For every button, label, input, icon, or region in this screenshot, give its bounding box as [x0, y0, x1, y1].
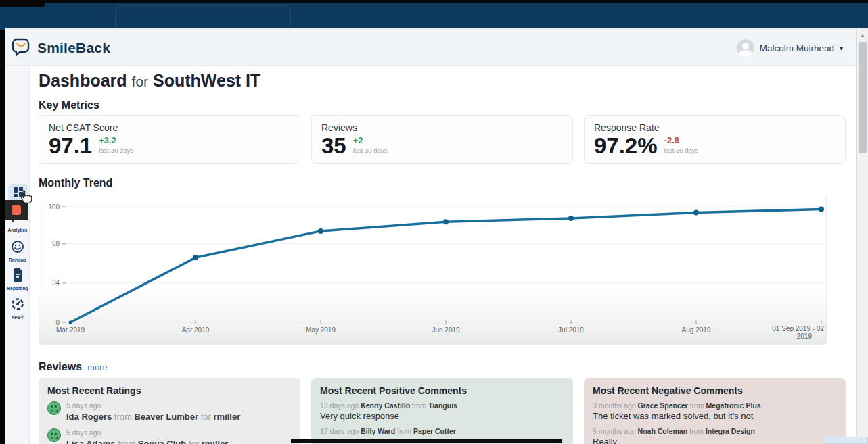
- trend-line-svg: 10068340Mar 2019Apr 2019May 2019Jun 2019…: [39, 195, 827, 345]
- comment-text: The ticket was marked solved, but it's n…: [593, 411, 837, 421]
- svg-text:Jul 2019: Jul 2019: [558, 326, 584, 334]
- comment-entry: 5 months ago Noah Coleman from Integra D…: [593, 427, 837, 444]
- rating-line: Ida Rogers from Beaver Lumber for rmille…: [66, 412, 240, 422]
- metric-card-reviews: Reviews 35 +2 last 30 days: [311, 115, 573, 164]
- rating-line: Lisa Adams from Sonya Club for rmiller: [66, 439, 228, 444]
- comment-company: Integra Design: [706, 427, 755, 435]
- svg-text:Jun 2019: Jun 2019: [432, 326, 460, 334]
- monthly-trend-chart: 10068340Mar 2019Apr 2019May 2019Jun 2019…: [39, 195, 827, 345]
- smiley-icon: [11, 240, 24, 256]
- card-title: Most Recent Positive Comments: [320, 385, 564, 396]
- metric-delta: +2: [353, 135, 388, 145]
- reviews-more-link[interactable]: more: [87, 362, 108, 372]
- card-title: Most Recent Negative Comments: [593, 385, 837, 396]
- browser-topbar: [0, 0, 868, 30]
- svg-text:Aug 2019: Aug 2019: [682, 326, 711, 334]
- sidebar-item-reporting[interactable]: Reporting: [5, 268, 30, 291]
- comment-name: Grace Spencer: [638, 401, 688, 410]
- video-scrubber-overlay: [291, 439, 562, 443]
- smileback-bubble-icon: [11, 36, 31, 59]
- from-word: from: [118, 439, 135, 444]
- comment-meta: 17 days ago Billy Ward from Paper Cutter: [320, 427, 564, 435]
- report-document-icon: [12, 268, 24, 285]
- sidebar-item-label: Analytics: [8, 228, 28, 232]
- metric-delta: -2.8: [664, 135, 699, 145]
- app-header: SmileBack Malcolm Muirhead ▾: [5, 30, 856, 66]
- reviews-heading: Reviews: [39, 361, 82, 373]
- negative-comments-card: Most Recent Negative Comments 3 months a…: [584, 378, 846, 444]
- rating-company: Beaver Lumber: [134, 412, 198, 422]
- comment-time: 5 months ago: [593, 427, 636, 435]
- sidebar-item-nps[interactable]: NPS®: [5, 297, 30, 320]
- comment-company: Megatronic Plus: [706, 401, 761, 410]
- metric-period: last 30 days: [664, 147, 699, 154]
- rating-entry: 5 days ago Lisa Adams from Sonya Club fo…: [47, 428, 292, 444]
- comment-company: Tianguis: [428, 401, 457, 410]
- left-black-edge: [0, 30, 5, 444]
- browser-tab-outline: [115, 5, 291, 28]
- green-smiley-icon: [47, 401, 61, 415]
- metric-label: Reviews: [321, 122, 563, 133]
- comment-time: 17 days ago: [320, 427, 359, 435]
- chevron-down-icon: ▾: [840, 45, 843, 52]
- green-smiley-icon: [47, 428, 61, 442]
- comment-text: Really: [593, 437, 837, 444]
- page-title-main: Dashboard: [39, 71, 127, 90]
- comment-entry: 13 days ago Kenny Castillo from Tianguis…: [320, 401, 564, 421]
- comment-meta: 13 days ago Kenny Castillo from Tianguis: [320, 401, 564, 410]
- svg-text:100: 100: [48, 203, 60, 211]
- comment-meta: 3 months ago Grace Spencer from Megatron…: [593, 401, 837, 410]
- rating-name: Lisa Adams: [66, 439, 116, 444]
- bottom-right-widget: [825, 437, 868, 444]
- from-word: from: [690, 401, 704, 410]
- sidebar-item-reviews[interactable]: Reviews: [5, 240, 30, 262]
- for-word: for: [201, 412, 211, 422]
- sidebar-item-label: Reporting: [7, 286, 28, 291]
- metric-value: 97.1: [49, 134, 92, 157]
- comment-text: Very quick response: [320, 411, 564, 421]
- user-menu[interactable]: Malcolm Muirhead ▾: [737, 30, 843, 66]
- rating-agent: rmiller: [202, 439, 229, 444]
- page-scrollbar[interactable]: ▲: [856, 30, 868, 444]
- scrollbar-thumb[interactable]: [859, 42, 867, 153]
- sidebar-item-label: NPS®: [12, 315, 24, 320]
- rating-agent: rmiller: [214, 412, 241, 422]
- metric-value: 97.2%: [594, 134, 658, 157]
- metric-card-response-rate: Response Rate 97.2% -2.8 last 30 days: [584, 115, 846, 164]
- from-word: from: [397, 427, 411, 435]
- metric-card-net-csat: Net CSAT Score 97.1 +3.2 last 30 days: [39, 115, 300, 164]
- page-title-connector: for: [132, 74, 149, 89]
- rating-time: 5 days ago: [66, 401, 240, 410]
- card-title: Most Recent Ratings: [47, 385, 292, 396]
- metric-label: Response Rate: [594, 122, 836, 133]
- comment-name: Billy Ward: [361, 427, 395, 435]
- monthly-trend-heading: Monthly Trend: [39, 177, 112, 189]
- from-word: from: [412, 401, 426, 410]
- rating-name: Ida Rogers: [66, 412, 112, 422]
- smileback-logo[interactable]: SmileBack: [11, 36, 110, 59]
- comment-name: Kenny Castillo: [361, 401, 410, 410]
- mouse-cursor-icon: [19, 190, 32, 209]
- positive-comments-card: Most Recent Positive Comments 13 days ag…: [311, 378, 573, 444]
- page-title-entity: SouthWest IT: [153, 71, 260, 90]
- comment-entry: 3 months ago Grace Spencer from Megatron…: [593, 401, 837, 421]
- user-avatar: [737, 39, 754, 57]
- scrollbar-up-arrow[interactable]: ▲: [857, 30, 868, 41]
- rating-time: 5 days ago: [66, 428, 228, 437]
- svg-text:68: 68: [52, 240, 60, 247]
- sidebar-nav: Analytics Reviews Reporting: [5, 66, 30, 444]
- for-word: for: [189, 439, 199, 444]
- from-word: from: [689, 427, 704, 435]
- brand-name: SmileBack: [37, 40, 110, 56]
- page-title: Dashboard for SouthWest IT: [39, 71, 260, 91]
- sidebar-item-label: Reviews: [9, 257, 26, 262]
- svg-text:Apr 2019: Apr 2019: [182, 326, 210, 334]
- rating-company: Sonya Club: [138, 439, 187, 444]
- comment-company: Paper Cutter: [413, 427, 456, 435]
- rating-entry: 5 days ago Ida Rogers from Beaver Lumber…: [47, 401, 292, 422]
- svg-text:34: 34: [52, 279, 60, 287]
- from-word: from: [114, 412, 132, 422]
- key-metrics-heading: Key Metrics: [39, 99, 99, 112]
- metric-period: last 30 days: [99, 147, 133, 154]
- gauge-icon: [11, 297, 24, 314]
